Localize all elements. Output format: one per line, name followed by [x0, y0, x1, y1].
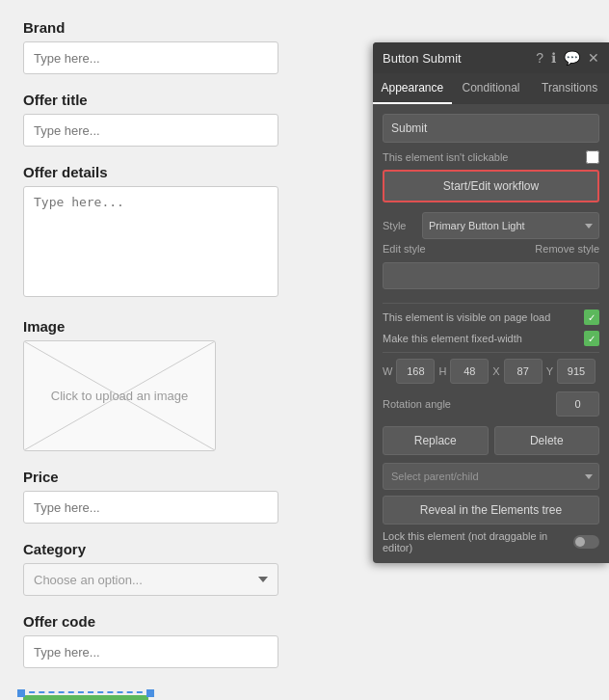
- price-field-group: Price: [23, 469, 304, 524]
- category-label: Category: [23, 541, 304, 557]
- offer-title-label: Offer title: [23, 92, 304, 108]
- left-panel: Brand Offer title Offer details Image Cl…: [0, 0, 328, 700]
- brand-input[interactable]: [23, 41, 278, 74]
- w-input[interactable]: [396, 359, 435, 384]
- x-label: X: [492, 365, 499, 377]
- not-clickable-row: This element isn't clickable: [383, 150, 599, 164]
- visible-on-load-label: This element is visible on page load: [383, 311, 550, 323]
- submit-button[interactable]: Submit: [23, 695, 148, 700]
- right-panel: Button Submit ? ℹ 💬 ✕ Appearance Conditi…: [373, 42, 609, 563]
- visible-on-load-row: This element is visible on page load ✓: [383, 310, 599, 325]
- divider-1: [383, 303, 599, 304]
- close-icon[interactable]: ✕: [588, 50, 599, 66]
- workflow-button[interactable]: Start/Edit workflow: [383, 170, 599, 202]
- brand-field-group: Brand: [23, 19, 304, 74]
- dimensions-row: W H X Y: [383, 359, 599, 384]
- tab-appearance[interactable]: Appearance: [373, 73, 452, 104]
- edit-style-link[interactable]: Edit style: [383, 243, 426, 255]
- help-icon[interactable]: ?: [536, 50, 543, 66]
- fixed-width-checkbox[interactable]: ✓: [584, 331, 599, 346]
- x-input[interactable]: [504, 359, 543, 384]
- image-upload-text: Click to upload an image: [51, 389, 188, 403]
- not-clickable-label: This element isn't clickable: [383, 151, 509, 163]
- tab-conditional[interactable]: Conditional: [452, 73, 531, 104]
- comment-icon[interactable]: 💬: [564, 50, 580, 66]
- style-select[interactable]: Primary Button Light: [422, 212, 599, 239]
- offer-code-label: Offer code: [23, 613, 304, 630]
- panel-title: Button Submit: [383, 51, 462, 66]
- category-field-group: Category Choose an option...: [23, 541, 304, 596]
- reveal-button[interactable]: Reveal in the Elements tree: [383, 496, 599, 525]
- y-label: Y: [546, 365, 553, 377]
- panel-body: This element isn't clickable Start/Edit …: [373, 104, 609, 563]
- not-clickable-checkbox[interactable]: [586, 150, 599, 164]
- lock-label: Lock this element (not draggable in edit…: [383, 530, 573, 553]
- image-label: Image: [23, 318, 304, 335]
- panel-header: Button Submit ? ℹ 💬 ✕: [373, 42, 609, 73]
- lock-toggle[interactable]: [573, 535, 599, 549]
- rotation-input[interactable]: [556, 391, 599, 417]
- h-label: H: [438, 365, 446, 377]
- submit-button-container: Submit: [23, 695, 148, 700]
- offer-code-input[interactable]: [23, 635, 278, 668]
- offer-title-field-group: Offer title: [23, 92, 304, 147]
- offer-details-input[interactable]: [23, 186, 278, 297]
- style-row: Style Primary Button Light: [383, 212, 599, 239]
- action-buttons: Replace Delete: [383, 426, 599, 455]
- fixed-width-row: Make this element fixed-width ✓: [383, 331, 599, 346]
- price-label: Price: [23, 469, 304, 485]
- submit-button-group: Submit: [23, 686, 304, 700]
- image-field-group: Image Click to upload an image: [23, 318, 304, 451]
- rotation-row: Rotation angle: [383, 391, 599, 417]
- info-icon[interactable]: ℹ: [551, 50, 556, 66]
- replace-button[interactable]: Replace: [383, 426, 489, 455]
- visible-on-load-checkbox[interactable]: ✓: [584, 310, 599, 325]
- offer-details-field-group: Offer details: [23, 164, 304, 301]
- w-label: W: [383, 365, 392, 377]
- image-upload-area[interactable]: Click to upload an image: [23, 340, 216, 451]
- panel-icons: ? ℹ 💬 ✕: [536, 50, 599, 66]
- y-input[interactable]: [557, 359, 596, 384]
- lock-row: Lock this element (not draggable in edit…: [383, 530, 599, 553]
- offer-details-label: Offer details: [23, 164, 304, 180]
- rotation-label: Rotation angle: [383, 398, 451, 410]
- h-input[interactable]: [450, 359, 489, 384]
- style-edit-row: Edit style Remove style: [383, 243, 599, 255]
- category-select[interactable]: Choose an option...: [23, 563, 278, 596]
- panel-tabs: Appearance Conditional Transitions: [373, 73, 609, 104]
- tooltip-input[interactable]: [383, 262, 599, 289]
- fixed-width-label: Make this element fixed-width: [383, 333, 522, 344]
- tab-transitions[interactable]: Transitions: [530, 73, 609, 104]
- element-text-input[interactable]: [383, 114, 599, 143]
- offer-title-input[interactable]: [23, 114, 278, 147]
- divider-2: [383, 352, 599, 353]
- remove-style-link[interactable]: Remove style: [535, 243, 599, 255]
- price-input[interactable]: [23, 491, 278, 524]
- offer-code-field-group: Offer code: [23, 613, 304, 668]
- brand-label: Brand: [23, 19, 304, 36]
- style-label: Style: [383, 220, 416, 231]
- delete-button[interactable]: Delete: [494, 426, 600, 455]
- parent-child-select[interactable]: Select parent/child: [383, 463, 599, 490]
